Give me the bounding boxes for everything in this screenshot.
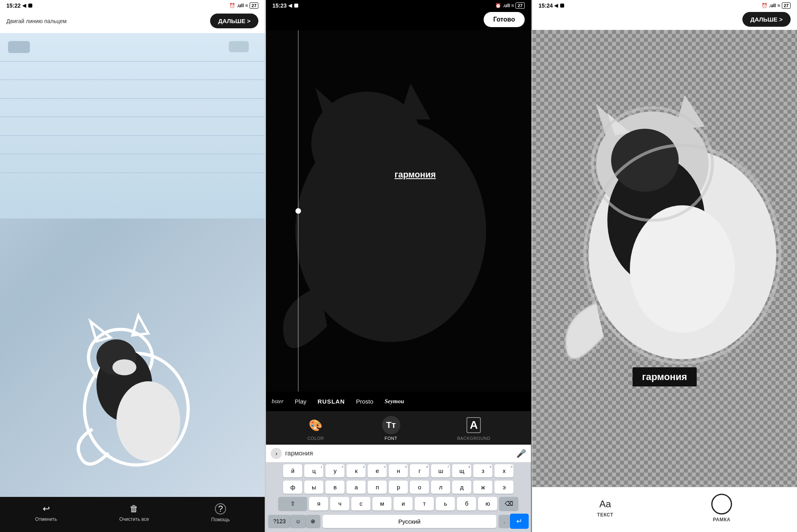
key-ts[interactable]: ц1 [304, 464, 323, 477]
font-play[interactable]: Play [289, 396, 312, 407]
key-kh[interactable]: х0 [494, 464, 514, 477]
svg-point-5 [116, 381, 180, 461]
panel2-text-overlay[interactable]: гармония [388, 169, 443, 180]
window-scene [0, 33, 265, 219]
bg-a-icon: A [466, 417, 481, 433]
expand-icon: › [276, 450, 277, 457]
key-u[interactable]: у2 [325, 464, 344, 477]
text-tool[interactable]: Aa ТЕКСТ [597, 499, 614, 518]
svg-point-7 [112, 359, 136, 375]
font-label: FONT [385, 436, 398, 441]
battery-icon-1: 27 [250, 2, 258, 9]
done-button[interactable]: Готово [484, 12, 524, 27]
key-k[interactable]: к3 [346, 464, 366, 477]
globe-key[interactable]: ⊕ [306, 515, 320, 528]
keyboard-row-1: й ц1 у2 к3 е4 н5 г6 ш7 щ8 з9 х0 [266, 463, 531, 479]
key-zh[interactable]: ж [473, 481, 492, 494]
text-tool-label: ТЕКСТ [597, 512, 614, 518]
phone-panel-2: 15:23 ◀ ⏰ .ull ≈ 27 Готово [266, 0, 531, 532]
num-key[interactable]: ?123 [268, 515, 290, 528]
key-e[interactable]: э [494, 481, 514, 494]
split-line-dot[interactable] [295, 208, 301, 214]
frame-tool-label: РАМКА [713, 517, 730, 522]
background-tool[interactable]: A BACKGROUND [457, 416, 490, 441]
keyboard-row-3: ⇧ я ч с м и т ь б ю ⌫ [266, 495, 531, 512]
bg-icon-circle: A [464, 416, 483, 434]
key-sh[interactable]: ш7 [431, 464, 450, 477]
key-z[interactable]: з9 [473, 464, 492, 477]
key-t[interactable]: т [415, 497, 434, 510]
font-selector-row: bster Play RUSLAN Prosto Seymou [266, 392, 531, 411]
cat-outline-svg [69, 305, 196, 473]
frame-tool[interactable]: РАМКА [711, 494, 732, 522]
keyboard-expand-button[interactable]: › [271, 448, 282, 459]
key-ch[interactable]: ч [330, 497, 349, 510]
panel2-cat-svg [279, 48, 518, 373]
font-prosto[interactable]: Prosto [350, 396, 379, 407]
key-yu[interactable]: ю [478, 497, 497, 510]
color-tool[interactable]: 🎨 COLOR [307, 416, 325, 441]
key-f[interactable]: ф [283, 481, 302, 494]
font-tt-icon: Тт [386, 420, 396, 430]
emoji-key[interactable]: ☺ [290, 515, 305, 528]
key-r[interactable]: р [389, 481, 408, 494]
font-tool[interactable]: Тт FONT [382, 416, 400, 441]
status-bar-1: 15:22 ◀ ⏰ .ull ≈ 27 [0, 0, 265, 10]
shift-key[interactable]: ⇧ [278, 497, 307, 510]
location-arrow-icon-1: ◀ [22, 3, 26, 8]
key-a[interactable]: а [346, 481, 366, 494]
key-v[interactable]: в [325, 481, 344, 494]
next-button-3[interactable]: ДАЛЬШЕ > [742, 12, 791, 27]
key-ya[interactable]: я [309, 497, 328, 510]
key-y[interactable]: й [283, 464, 302, 477]
cat-background [0, 33, 265, 497]
undo-icon: ↩ [43, 504, 50, 514]
panel3-bottom-toolbar: Aa ТЕКСТ РАМКА [532, 487, 797, 532]
key-y2[interactable]: ы [304, 481, 323, 494]
trash-icon: 🗑 [130, 504, 138, 514]
key-shch[interactable]: щ8 [452, 464, 471, 477]
help-label: Помощь [211, 517, 230, 522]
cat-silhouette [69, 305, 196, 473]
phone-panel-3: 15:24 ◀ ⏰ .ull ≈ 27 ДАЛЬШЕ > [532, 0, 797, 532]
space-key[interactable]: Русский [323, 515, 496, 528]
next-button-1[interactable]: ДАЛЬШЕ > [210, 14, 258, 28]
period-key[interactable]: . [499, 515, 510, 528]
keyboard-text-row: › гармония 🎤 [266, 445, 531, 463]
font-lobster[interactable]: bster [266, 396, 289, 407]
key-soft[interactable]: ь [436, 497, 455, 510]
key-d[interactable]: д [452, 481, 471, 494]
key-o[interactable]: о [410, 481, 429, 494]
key-g[interactable]: г6 [410, 464, 429, 477]
location-arrow-icon-2: ◀ [288, 3, 292, 8]
svg-point-17 [611, 129, 679, 192]
key-i[interactable]: и [394, 497, 413, 510]
undo-button[interactable]: ↩ Отменить [35, 504, 57, 522]
palette-icon-circle: 🎨 [307, 416, 325, 434]
key-ye[interactable]: е4 [368, 464, 387, 477]
key-s[interactable]: с [351, 497, 370, 510]
background-label: BACKGROUND [457, 436, 490, 441]
font-seymour[interactable]: Seymou [379, 396, 409, 407]
phone-panel-1: 15:22 ◀ ⏰ .ull ≈ 27 Двигай линию пальцем… [0, 0, 265, 532]
wifi-icon-3: ≈ [777, 3, 780, 8]
key-n[interactable]: н5 [389, 464, 408, 477]
panel3-text-label: гармония [632, 367, 697, 386]
key-m[interactable]: м [372, 497, 392, 510]
alarm-icon-1: ⏰ [229, 3, 235, 8]
panel2-image-area: гармония [266, 30, 531, 392]
backspace-key[interactable]: ⌫ [499, 497, 518, 510]
key-b[interactable]: б [457, 497, 476, 510]
clear-button[interactable]: 🗑 Очистить все [119, 504, 149, 522]
mic-icon[interactable]: 🎤 [516, 449, 526, 458]
status-left-3: 15:24 ◀ [539, 2, 565, 9]
status-time-2: 15:23 [272, 2, 287, 9]
key-l[interactable]: л [431, 481, 450, 494]
enter-key[interactable]: ↵ [510, 514, 529, 529]
help-button[interactable]: ? Помощь [211, 503, 230, 522]
panel1-image-area [0, 33, 265, 497]
bottom-toolbar-1: ↩ Отменить 🗑 Очистить все ? Помощь [0, 497, 265, 532]
status-right-3: ⏰ .ull ≈ 27 [762, 2, 791, 9]
key-p[interactable]: п [368, 481, 387, 494]
font-ruslan[interactable]: RUSLAN [312, 396, 351, 407]
